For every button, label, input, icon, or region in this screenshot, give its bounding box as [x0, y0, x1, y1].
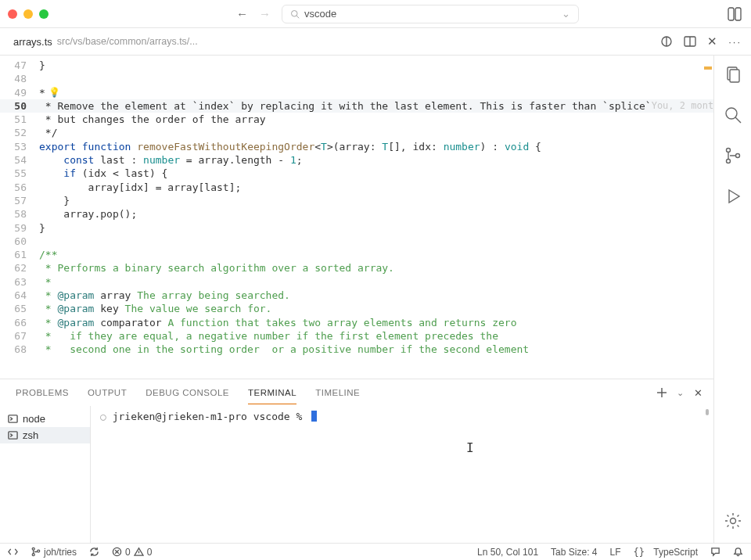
line-number: 63 [0, 275, 39, 289]
terminal[interactable]: ○ jrieken@jrieken-m1-pro vscode % I [91, 406, 713, 543]
panel-tab-debug-console[interactable]: DEBUG CONSOLE [146, 388, 229, 397]
command-center[interactable]: vscode ⌄ [282, 5, 579, 23]
code-line[interactable]: 63 * [0, 275, 713, 289]
terminal-item-node[interactable]: node [0, 411, 90, 427]
git-blame-annotation: You, 2 months ago • [652, 99, 713, 113]
code-content: 💡* [39, 86, 713, 99]
line-number: 56 [0, 181, 39, 194]
code-line[interactable]: 65 * @param key The value we search for. [0, 302, 713, 315]
code-line[interactable]: 53export function removeFastWithoutKeepi… [0, 140, 713, 153]
line-number: 59 [0, 221, 39, 235]
code-line[interactable]: 67 * if they are equal, a negative numbe… [0, 329, 713, 343]
line-number: 51 [0, 113, 39, 126]
code-line[interactable]: 51 * but changes the order of the array [0, 113, 713, 126]
run-debug-icon[interactable] [724, 187, 742, 206]
settings-gear-icon[interactable] [724, 512, 742, 530]
panel-tab-problems[interactable]: PROBLEMS [16, 388, 69, 397]
new-terminal-button[interactable] [656, 387, 667, 398]
notifications-icon[interactable] [733, 547, 743, 557]
panel-tab-output[interactable]: OUTPUT [88, 388, 127, 397]
breadcrumb[interactable]: src/vs/base/common/arrays.ts/... [57, 36, 198, 47]
code-content: /** [39, 248, 713, 261]
text-caret-icon: I [466, 440, 474, 455]
code-line[interactable]: 57 } [0, 194, 713, 207]
more-actions-button[interactable]: ··· [728, 36, 742, 48]
code-content: * @param key The value we search for. [39, 302, 713, 315]
panel-tab-timeline[interactable]: TIMELINE [315, 388, 360, 397]
editor-tab-row: arrays.ts src/vs/base/common/arrays.ts/.… [0, 28, 751, 56]
terminal-dropdown-icon[interactable]: ⌄ [677, 388, 685, 398]
code-line[interactable]: 68 * second one in the sorting order or … [0, 343, 713, 356]
close-editor-button[interactable]: ✕ [707, 34, 717, 48]
code-line[interactable]: 59} [0, 221, 713, 235]
code-content: export function removeFastWithoutKeeping… [39, 140, 713, 153]
code-content: */ [39, 126, 713, 139]
code-line[interactable]: 47} [0, 59, 713, 72]
language-status[interactable]: {} TypeScript [634, 547, 699, 558]
editor-area: 47}4849💡*50 * Remove the element at `ind… [0, 56, 713, 543]
svg-point-23 [38, 550, 40, 552]
activity-bar [713, 56, 751, 543]
panel-tab-terminal[interactable]: TERMINAL [248, 388, 296, 404]
compare-icon[interactable] [660, 35, 673, 48]
code-content: * @param comparator A function that take… [39, 316, 713, 329]
code-line[interactable]: 66 * @param comparator A function that t… [0, 316, 713, 329]
search-icon[interactable] [724, 106, 742, 124]
code-content: } [39, 59, 713, 72]
code-content: * but changes the order of the array [39, 113, 713, 126]
problems-status[interactable]: 0 0 [112, 547, 152, 558]
svg-point-20 [730, 519, 735, 524]
files-icon[interactable] [724, 65, 742, 84]
terminal-item-zsh[interactable]: zsh [0, 427, 90, 443]
split-editor-icon[interactable] [684, 35, 696, 48]
remote-indicator[interactable] [8, 547, 18, 557]
eol-status[interactable]: LF [609, 547, 620, 558]
line-number: 60 [0, 235, 39, 248]
line-number: 61 [0, 248, 39, 261]
terminal-scrollbar[interactable] [706, 409, 709, 415]
editor-tab-filename[interactable]: arrays.ts [13, 36, 52, 48]
code-line[interactable]: 54 const last : number = array.length - … [0, 153, 713, 167]
code-line[interactable]: 60 [0, 235, 713, 248]
code-line[interactable]: 64 * @param array The array being search… [0, 289, 713, 302]
cursor-position-status[interactable]: Ln 50, Col 101 [477, 547, 538, 558]
code-content: * @param array The array being searched. [39, 289, 713, 302]
source-control-icon[interactable] [724, 146, 742, 165]
code-line[interactable]: 52 */ [0, 126, 713, 139]
history-nav: ← → [236, 7, 271, 20]
close-panel-button[interactable]: ✕ [694, 387, 703, 399]
code-editor[interactable]: 47}4849💡*50 * Remove the element at `ind… [0, 56, 713, 379]
title-bar: ← → vscode ⌄ [0, 0, 751, 28]
sync-status[interactable] [89, 547, 99, 557]
line-number: 68 [0, 343, 39, 356]
minimize-window-button[interactable] [23, 9, 33, 19]
nav-forward-button[interactable]: → [259, 7, 271, 20]
zoom-window-button[interactable] [39, 9, 49, 19]
panel-body: nodezsh ○ jrieken@jrieken-m1-pro vscode … [0, 406, 713, 543]
status-bar: joh/tries 0 0 Ln 50, Col 101 Tab Size: 4… [0, 543, 751, 560]
svg-point-21 [32, 547, 34, 550]
prompt-decoration-icon: ○ [100, 411, 106, 422]
code-content: * if they are equal, a negative number i… [39, 329, 713, 343]
nav-back-button[interactable]: ← [236, 7, 248, 20]
svg-point-22 [32, 554, 34, 556]
line-number: 57 [0, 194, 39, 207]
branch-status[interactable]: joh/tries [31, 547, 77, 558]
feedback-icon[interactable] [710, 547, 720, 557]
close-window-button[interactable] [8, 9, 17, 19]
code-line[interactable]: 56 array[idx] = array[last]; [0, 181, 713, 194]
line-number: 65 [0, 302, 39, 315]
svg-point-18 [735, 154, 739, 158]
code-line[interactable]: 48 [0, 72, 713, 85]
code-line[interactable]: 58 array.pop(); [0, 207, 713, 221]
bottom-panel: PROBLEMSOUTPUTDEBUG CONSOLETERMINALTIMEL… [0, 379, 713, 543]
code-line[interactable]: 62 * Performs a binary search algorithm … [0, 261, 713, 275]
code-content: * Performs a binary search algorithm ove… [39, 261, 713, 275]
code-line[interactable]: 49💡* [0, 86, 713, 99]
code-line[interactable]: 61/** [0, 248, 713, 261]
editor-tab-actions: ✕ ··· [660, 34, 742, 48]
code-line[interactable]: 50 * Remove the element at `index` by re… [0, 99, 713, 113]
code-line[interactable]: 55 if (idx < last) { [0, 167, 713, 180]
indent-status[interactable]: Tab Size: 4 [551, 547, 597, 558]
panel-layout-icon[interactable] [728, 7, 742, 21]
